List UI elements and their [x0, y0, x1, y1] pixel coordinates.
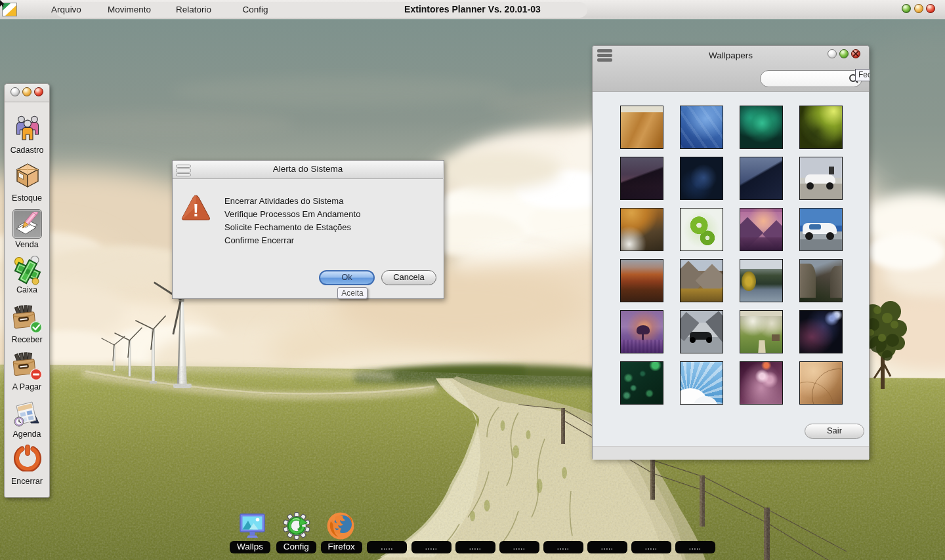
svg-text:!: !	[193, 200, 199, 220]
